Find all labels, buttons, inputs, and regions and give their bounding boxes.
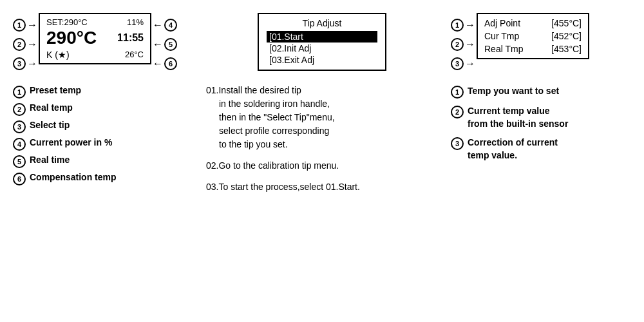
adj-arrow-1: 1 → [451,15,475,35]
adj-display-box: Adj Point [455°C] Cur Tmp [452°C] Real T… [477,13,589,59]
circle-1-left: 1 [13,19,26,32]
legend-circle-1: 1 [13,86,26,99]
circle-4: 4 [164,19,177,32]
legend-label-3: Select tip [30,120,70,130]
adj-row-2: Cur Tmp [452°C] [484,30,582,43]
circle-3-left: 3 [13,57,26,70]
time-display: 11:55 [117,32,144,44]
right-legend-circle-3: 3 [451,137,464,150]
adj-arrow-right-3: → [465,58,475,70]
adj-display-section: 1 → 2 → 3 → Adj Point [455°C] [451,13,631,73]
adj-label-2: Cur Tmp [484,31,546,41]
legend-item-6: 6 Compensation temp [13,172,193,185]
arrow-left-6: ← [153,58,163,70]
left-arrows-col: 1 → 2 → 3 → [13,13,37,73]
arrow-right-1: → [27,19,37,31]
right-arrows-col: ← 4 ← 5 ← 6 [153,13,177,73]
legend-item-4: 4 Current power in % [13,137,193,151]
arrow-right-2: → [27,39,37,50]
arrow-left-2: 2 → [13,35,37,54]
legend-item-2: 2 Real temp [13,102,193,116]
real-temp-display: 290°C [46,28,97,48]
instructions-block: 01.Install the desired tip in the solder… [206,84,360,202]
circle-2-left: 2 [13,38,26,51]
comp-temp-display: 26°C [125,50,144,59]
arrow-right-4: ← 4 [153,15,177,35]
right-legend-circle-2: 2 [451,106,464,118]
instr-block-01: 01.Install the desired tip in the solder… [206,84,360,151]
instr-line-01-3: select profile corresponding [219,124,360,138]
adj-val-2: [452°C] [551,31,582,41]
tip-adjust-title: Tip Adjust [267,18,377,28]
tip-adjust-item-2: [02.Init Adj [267,43,377,54]
arrow-right-3: → [27,58,37,70]
arrow-right-6: ← 6 [153,54,177,73]
arrow-left-3: 3 → [13,54,37,73]
instr-step-01: 01.Install the desired tip [206,84,360,97]
power-label: 11% [127,17,144,27]
adj-arrows-col: 1 → 2 → 3 → [451,13,475,73]
legend-label-6: Compensation temp [30,172,117,182]
right-legend-label-2: Current temp valuefrom the built-in sens… [468,105,568,130]
legend-label-1: Preset temp [30,85,81,95]
display-row-2: 290°C 11:55 [46,28,144,49]
instr-line-01-1: in the soldering iron handle, [219,97,360,111]
instr-block-02: 02.Go to the calibration tip menu. [206,159,360,173]
circle-6: 6 [164,57,177,70]
adj-arrow-3: 3 → [451,54,475,73]
adj-circle-2: 2 [451,38,464,51]
right-legend-item-1: 1 Temp you want to set [451,85,631,99]
arrow-left-5: ← [153,39,163,50]
left-display-section: 1 → 2 → 3 → SET:290°C 11% [13,13,193,73]
arrow-left-4: ← [153,19,163,31]
arrow-right-5: ← 5 [153,35,177,54]
adj-arrow-right-2: → [465,39,475,50]
display-row-1: SET:290°C 11% [46,17,144,28]
tip-display: K (★) [46,50,70,60]
adj-label-3: Real Tmp [484,44,546,54]
right-legend-item-2: 2 Current temp valuefrom the built-in se… [451,105,631,130]
tip-adjust-box: Tip Adjust [01.Start [02.Init Adj [03.Ex… [258,13,386,71]
adj-val-3: [453°C] [551,44,582,54]
center-panel: Tip Adjust [01.Start [02.Init Adj [03.Ex… [193,13,451,309]
right-legend-label-1: Temp you want to set [468,85,559,98]
instr-block-03: 03.To start the process,select 01.Start. [206,180,360,194]
adj-arrow-2: 2 → [451,35,475,54]
display-row-3: K (★) 26°C [46,49,144,61]
legend-circle-2: 2 [13,103,26,116]
circle-5: 5 [164,38,177,51]
left-panel: 1 → 2 → 3 → SET:290°C 11% [13,13,193,309]
arrow-left-1: 1 → [13,15,37,35]
adj-circle-3: 3 [451,57,464,70]
adj-val-1: [455°C] [551,18,582,28]
legend-circle-5: 5 [13,155,26,168]
legend-circle-6: 6 [13,173,26,185]
left-legend-list: 1 Preset temp 2 Real temp 3 Select tip 4… [13,85,193,185]
left-display-box: SET:290°C 11% 290°C 11:55 K (★) 26°C [39,13,151,64]
instr-step-03: 03.To start the process,select 01.Start. [206,180,360,194]
adj-label-1: Adj Point [484,18,546,28]
legend-label-2: Real temp [30,102,73,113]
legend-label-4: Current power in % [30,137,112,147]
right-legend-label-3: Correction of currenttemp value. [468,137,558,162]
right-panel: 1 → 2 → 3 → Adj Point [455°C] [451,13,631,309]
legend-circle-3: 3 [13,120,26,133]
right-legend-circle-1: 1 [451,86,464,99]
tip-adjust-item-1: [01.Start [267,31,377,43]
adj-row-1: Adj Point [455°C] [484,17,582,30]
legend-label-5: Real time [30,155,70,165]
instr-line-01-2: then in the "Select Tip"menu, [219,111,360,124]
adj-circle-1: 1 [451,19,464,32]
legend-item-1: 1 Preset temp [13,85,193,99]
right-legend-item-3: 3 Correction of currenttemp value. [451,137,631,162]
instr-step-02: 02.Go to the calibration tip menu. [206,159,360,173]
legend-item-3: 3 Select tip [13,120,193,133]
tip-adjust-item-3: [03.Exit Adj [267,54,377,66]
adj-row-3: Real Tmp [453°C] [484,43,582,55]
instr-line-01-4: to the tip you set. [219,138,360,151]
adj-arrow-right-1: → [465,19,475,31]
legend-item-5: 5 Real time [13,155,193,168]
set-temp-label: SET:290°C [46,17,88,27]
legend-circle-4: 4 [13,138,26,151]
right-legend-list: 1 Temp you want to set 2 Current temp va… [451,85,631,162]
